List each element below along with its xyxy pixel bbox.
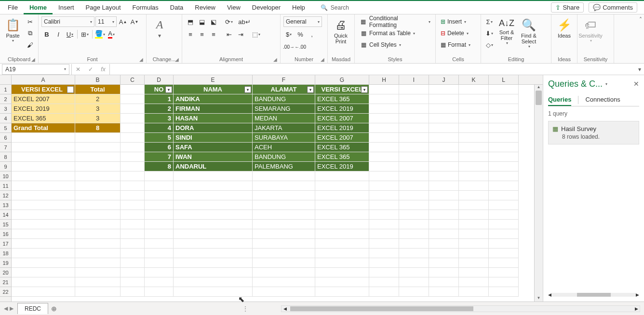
cell[interactable]: SURABAYA [253, 133, 315, 143]
cell[interactable]: VERSI EXCEL▾ [315, 85, 369, 94]
cell[interactable]: 1 [145, 94, 174, 104]
bold-button[interactable]: B [41, 29, 52, 39]
row-header-21[interactable]: 21 [0, 277, 11, 287]
cell[interactable]: NAMA▾ [174, 85, 253, 94]
hscroll-thumb[interactable] [290, 306, 473, 311]
cell[interactable]: BANDUNG [253, 94, 315, 104]
fill-button[interactable]: ⬇▾ [484, 28, 495, 39]
column-header-I[interactable]: I [399, 75, 429, 84]
paste-button[interactable]: 📋 Paste ▾ [3, 16, 23, 45]
sheet-nav-next[interactable]: ▶ [10, 305, 13, 312]
row-header-17[interactable]: 17 [0, 239, 11, 249]
cell[interactable]: HASAN [174, 114, 253, 123]
menu-tab-home[interactable]: Home [24, 1, 53, 14]
select-all-corner[interactable] [0, 75, 12, 84]
cell[interactable]: 8 [75, 123, 121, 133]
column-header-A[interactable]: A [12, 75, 75, 84]
cell[interactable]: EXCEL 2019 [315, 104, 369, 114]
column-header-G[interactable]: G [315, 75, 369, 84]
cell[interactable]: NO▾ [145, 85, 174, 94]
formula-input[interactable] [110, 64, 635, 75]
close-pane-button[interactable]: ✕ [633, 80, 639, 88]
sort-filter-button[interactable]: A↓Z Sort & Filter▾ [496, 16, 517, 47]
percent-button[interactable]: % [295, 29, 306, 39]
menu-tab-data[interactable]: Data [164, 1, 189, 14]
cell[interactable]: Grand Total [12, 123, 75, 133]
border-button[interactable]: ⊞▾ [80, 29, 90, 39]
wrap-text-button[interactable]: ab↵ [239, 16, 250, 27]
row-header-2[interactable]: 2 [0, 94, 11, 104]
chevron-down-icon[interactable]: ▾ [605, 82, 607, 86]
menu-tab-help[interactable]: Help [286, 1, 311, 14]
expand-formula-bar-button[interactable]: ▾ [635, 66, 644, 73]
align-center-button[interactable]: ≡ [197, 29, 207, 39]
cancel-formula-button[interactable]: ✕ [72, 64, 84, 75]
cell[interactable]: DORA [174, 123, 253, 133]
cell[interactable]: Total [75, 85, 121, 94]
menu-tab-insert[interactable]: Insert [53, 1, 80, 14]
align-bottom-button[interactable]: ⬕ [208, 16, 219, 27]
font-color-button[interactable]: A▾ [106, 29, 117, 39]
row-header-19[interactable]: 19 [0, 258, 11, 268]
cut-button[interactable]: ✂ [25, 16, 35, 27]
insert-function-button[interactable]: fx [97, 64, 109, 75]
cell[interactable]: EXCEL 2007 [315, 114, 369, 123]
column-header-L[interactable]: L [489, 75, 519, 84]
cell[interactable]: 2 [145, 104, 174, 114]
row-header-13[interactable]: 13 [0, 200, 11, 210]
row-header-1[interactable]: 1 [0, 85, 11, 94]
decrease-indent-button[interactable]: ⇤ [224, 29, 234, 39]
align-left-button[interactable]: ≡ [185, 29, 196, 39]
change-launcher[interactable]: ◢ [175, 57, 179, 62]
filter-dropdown-icon[interactable]: ▾ [165, 86, 172, 93]
cell[interactable]: MEDAN [253, 114, 315, 123]
align-top-button[interactable]: ⬒ [185, 16, 196, 27]
filter-dropdown-icon[interactable]: ▾ [244, 86, 251, 93]
row-header-15[interactable]: 15 [0, 220, 11, 229]
find-select-button[interactable]: 🔍 Find & Select▾ [519, 16, 539, 51]
change-case-button[interactable]: A ▾ [149, 16, 170, 41]
font-name-select[interactable]: Calibri▾ [41, 16, 94, 27]
column-header-K[interactable]: K [459, 75, 489, 84]
row-header-9[interactable]: 9 [0, 162, 11, 171]
row-header-11[interactable]: 11 [0, 181, 11, 191]
number-launcher[interactable]: ◢ [321, 57, 324, 62]
menu-tab-developer[interactable]: Developer [246, 1, 286, 14]
column-header-H[interactable]: H [369, 75, 399, 84]
add-sheet-button[interactable]: ⊕ [48, 305, 60, 313]
font-size-select[interactable]: 11▾ [95, 16, 117, 27]
row-header-18[interactable]: 18 [0, 249, 11, 258]
cell[interactable]: 7 [145, 152, 174, 162]
cell[interactable]: EXCEL 2019 [12, 104, 75, 114]
cell[interactable]: EXCEL 2019 [315, 123, 369, 133]
name-box[interactable]: A19 ▾ [2, 64, 69, 75]
underline-button[interactable]: U▾ [65, 29, 75, 39]
format-as-table-button[interactable]: ▦Format as Table▾ [358, 28, 417, 39]
cell[interactable]: EXCEL 365 [315, 152, 369, 162]
cell[interactable]: SEMARANG [253, 104, 315, 114]
row-header-14[interactable]: 14 [0, 210, 11, 220]
align-right-button[interactable]: ≡ [208, 29, 219, 39]
vertical-scrollbar[interactable]: ▲ ▼ [534, 85, 543, 302]
scroll-right-icon[interactable]: ▶ [636, 292, 639, 297]
cell[interactable]: EXCEL 365 [315, 94, 369, 104]
ideas-button[interactable]: ⚡ Ideas [554, 16, 574, 40]
column-header-E[interactable]: E [174, 75, 253, 84]
autosum-button[interactable]: Σ▾ [484, 16, 495, 27]
increase-indent-button[interactable]: ⇥ [235, 29, 246, 39]
number-format-select[interactable]: General▾ [283, 16, 322, 27]
decrease-decimal-button[interactable]: ←.00 [295, 41, 306, 52]
cell[interactable]: ANDARUL [174, 162, 253, 171]
horizontal-scrollbar[interactable]: ◀ ▶ [281, 305, 640, 312]
row-header-16[interactable]: 16 [0, 229, 11, 239]
collapse-ribbon-button[interactable]: ˄ [639, 16, 642, 23]
row-header-12[interactable]: 12 [0, 191, 11, 200]
menu-tab-view[interactable]: View [221, 1, 246, 14]
decrease-font-button[interactable]: A▼ [129, 16, 140, 27]
menu-tab-page-layout[interactable]: Page Layout [80, 1, 127, 14]
menu-tab-file[interactable]: File [2, 1, 24, 14]
column-header-F[interactable]: F [253, 75, 315, 84]
query-item[interactable]: ▦ Hasil Survey 8 rows loaded. [548, 121, 639, 144]
column-header-J[interactable]: J [429, 75, 459, 84]
row-header-10[interactable]: 10 [0, 171, 11, 181]
